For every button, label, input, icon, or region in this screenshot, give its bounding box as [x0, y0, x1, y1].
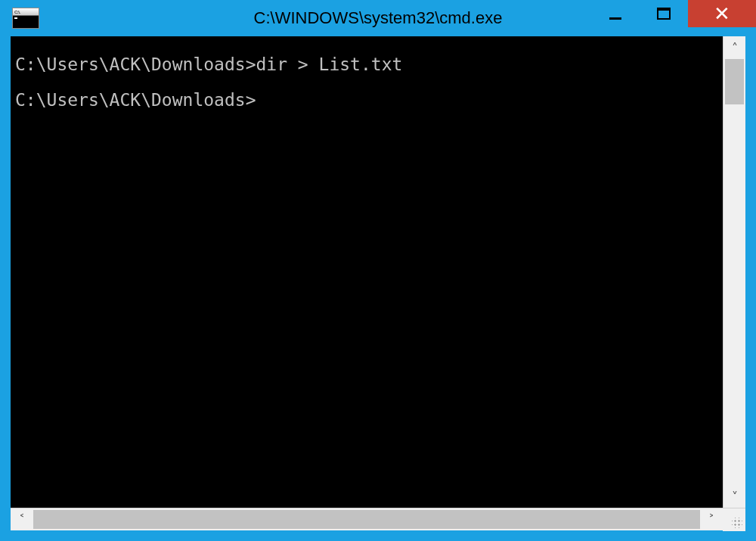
horizontal-scroll-track[interactable]	[33, 508, 700, 530]
close-button[interactable]: ✕	[688, 0, 756, 27]
maximize-button[interactable]	[640, 0, 688, 27]
vertical-scrollbar[interactable]: ˄ ˅	[723, 36, 745, 508]
horizontal-scroll-thumb[interactable]	[33, 510, 700, 529]
resize-grip[interactable]	[723, 508, 745, 531]
minimize-icon	[609, 17, 621, 20]
vertical-scroll-thumb[interactable]	[725, 59, 744, 104]
scroll-down-button[interactable]: ˅	[723, 485, 745, 508]
close-icon: ✕	[714, 2, 730, 26]
minimize-button[interactable]	[591, 0, 640, 27]
cmd-window: C:\. C:\WINDOWS\system32\cmd.exe ✕ C:\Us…	[0, 0, 756, 541]
terminal-container: C:\Users\ACK\Downloads>dir > List.txtC:\…	[11, 36, 745, 530]
window-controls: ✕	[591, 0, 756, 36]
titlebar[interactable]: C:\. C:\WINDOWS\system32\cmd.exe ✕	[0, 0, 756, 36]
terminal-output[interactable]: C:\Users\ACK\Downloads>dir > List.txtC:\…	[11, 36, 723, 508]
terminal-area: C:\Users\ACK\Downloads>dir > List.txtC:\…	[11, 36, 745, 508]
maximize-icon	[657, 8, 671, 20]
terminal-line: C:\Users\ACK\Downloads>dir > List.txt	[15, 51, 718, 78]
scroll-right-button[interactable]: ˃	[700, 508, 723, 530]
scroll-up-button[interactable]: ˄	[723, 36, 745, 59]
scroll-left-button[interactable]: ˂	[11, 508, 33, 530]
horizontal-scrollbar[interactable]: ˂ ˃	[11, 508, 745, 530]
terminal-line: C:\Users\ACK\Downloads>	[15, 87, 718, 113]
window-title: C:\WINDOWS\system32\cmd.exe	[254, 8, 503, 28]
app-icon-label: C:\.	[13, 8, 39, 16]
cmd-app-icon[interactable]: C:\.	[12, 8, 39, 29]
vertical-scroll-track[interactable]	[723, 59, 745, 485]
